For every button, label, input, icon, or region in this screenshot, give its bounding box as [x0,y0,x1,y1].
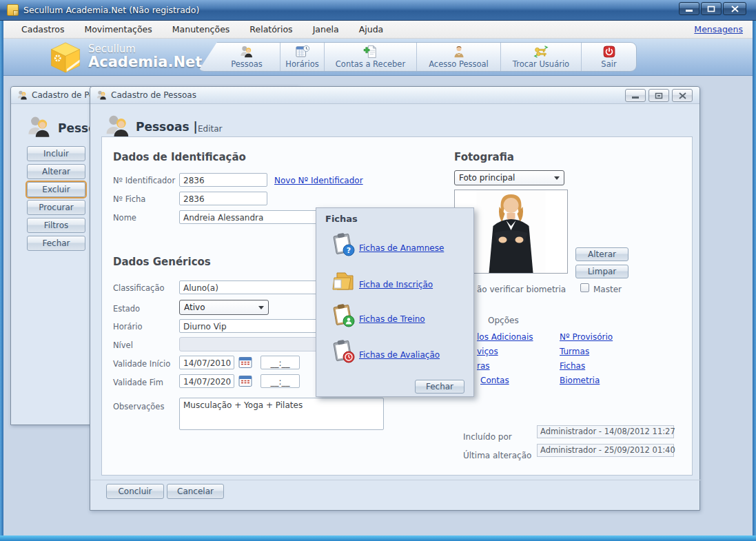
minimize-icon [685,6,693,12]
nome-label: Nome [113,213,136,223]
excluir-button[interactable]: Excluir [27,182,85,197]
link-num-provisorio[interactable]: Nº Provisório [560,332,613,342]
folder-icon [330,268,356,296]
menu-manutencoes[interactable]: Manutenções [168,21,234,37]
clipboard-person-icon [330,303,356,331]
chevron-down-icon [258,306,264,309]
calendar-clock-icon [295,45,310,59]
validade-inicio-time-field[interactable]: __:__ [260,356,300,369]
estado-select[interactable]: Ativo [179,300,269,315]
ultima-alteracao-label: Última alteração [463,451,531,460]
toolbar-contas-button[interactable]: Contas a Receber [324,43,416,71]
alterar-foto-button[interactable]: Alterar [575,247,629,261]
toolbar-trocar-button[interactable]: Trocar Usuário [500,43,581,71]
alterar-button[interactable]: Alterar [27,164,85,179]
link-contas[interactable]: Contas [480,376,509,385]
menubar: Cadastros Movimentações Manutenções Rela… [3,21,753,39]
menu-movimentacoes[interactable]: Movimentações [80,21,156,37]
toolbar-acesso-button[interactable]: Acesso Pessoal [416,43,500,71]
menu-relatorios[interactable]: Relatórios [245,21,296,37]
power-icon [602,45,616,59]
fichas-anamnese-link[interactable]: Fichas de Anamnese [359,243,444,253]
person-access-icon [451,45,467,59]
num-identificador-field[interactable]: 2836 [179,173,267,187]
nivel-label: Nível [113,340,133,350]
app-icon [7,4,19,16]
horario-label: Horário [113,322,142,331]
num-identificador-label: Nº Identificador [113,176,175,185]
toolbar-sair-label: Sair [601,59,616,69]
filtros-button[interactable]: Filtros [27,218,85,233]
ficha-inscricao-link[interactable]: Ficha de Inscrição [359,280,433,289]
people-icon [103,113,133,139]
cadastro-window-titlebar[interactable]: Cadastro de Pessoas [90,87,699,104]
window-title: Secullum Academia.Net (Não registrado) [23,5,199,15]
procurar-button[interactable]: Procurar [27,200,85,215]
window-frame-bottom [0,535,756,541]
link-turmas[interactable]: Turmas [560,347,589,356]
classificacao-label: Classificação [113,283,164,293]
validade-inicio-label: Validade Início [113,359,170,369]
mdi-area: Cadastro de Pe Pesso Incluir Alterar Exc… [3,76,753,535]
link-fichas[interactable]: Fichas [560,361,585,371]
page-title: Pessoas | [136,120,198,134]
link-ras[interactable]: ras [477,361,490,371]
toolbar: Secullum Academia.Net Pessoas [3,39,753,76]
observacoes-field[interactable]: Musculação + Yoga + Pilates [179,398,384,430]
foto-select[interactable]: Foto principal [454,170,564,185]
mensagens-link[interactable]: Mensagens [694,24,743,34]
biometria-checkbox-label[interactable]: ão verificar biometria [477,285,566,294]
incluir-button[interactable]: Incluir [27,146,85,161]
fechar-button[interactable]: Fechar [27,236,85,251]
brand-line2: Academia.Net [88,54,202,70]
fichas-treino-link[interactable]: Fichas de Treino [359,314,425,324]
close-icon [679,92,686,99]
toolbar-pessoas-button[interactable]: Pessoas [198,43,280,71]
menu-janela[interactable]: Janela [309,21,343,37]
toolbar-button-panel: Pessoas Horários [198,42,637,72]
concluir-button[interactable]: Concluir [106,484,164,499]
calendar-icon[interactable] [238,374,252,389]
titlebar[interactable]: Secullum Academia.Net (Não registrado) [0,0,756,21]
svg-text:?: ? [347,246,351,255]
section-identificacao: Dados de Identificação [113,151,246,163]
application-window: Secullum Academia.Net (Não registrado) C… [0,0,756,541]
num-ficha-field[interactable]: 2836 [179,192,267,205]
child-close-button[interactable] [672,89,693,102]
master-checkbox[interactable] [580,283,589,292]
maximize-icon [707,6,715,12]
child-minimize-button[interactable] [625,89,646,102]
calendar-icon[interactable] [238,356,252,371]
toolbar-acesso-label: Acesso Pessoal [429,59,489,69]
validade-inicio-date-field[interactable]: 14/07/2010 [179,356,234,369]
cancelar-button[interactable]: Cancelar [167,484,224,499]
child-restore-button[interactable] [648,89,669,102]
validade-fim-label: Validade Fim [113,378,163,387]
validade-fim-date-field[interactable]: 14/07/2020 [179,374,234,388]
footer-divider [90,480,701,480]
toolbar-sair-button[interactable]: Sair [581,43,636,71]
toolbar-horarios-button[interactable]: Horários [280,43,324,71]
fichas-fechar-button[interactable]: Fechar [415,380,464,394]
toolbar-horarios-label: Horários [285,59,318,69]
toolbar-contas-label: Contas a Receber [336,59,405,69]
limpar-foto-button[interactable]: Limpar [575,265,629,278]
foto-select-value: Foto principal [459,173,515,183]
novo-identificador-link[interactable]: Novo Nº Identificador [274,176,363,185]
ultima-alteracao-value: Administrador - 25/09/2012 01:40 [537,444,674,457]
link-servicos[interactable]: viços [477,347,498,356]
incluido-por-label: Incluído por [463,432,512,442]
chevron-down-icon [554,176,560,180]
estado-value: Ativo [184,303,205,312]
validade-fim-time-field[interactable]: __:__ [260,374,300,388]
minimize-icon [631,92,640,99]
clipboard-clock-icon [330,338,356,367]
link-biometria[interactable]: Biometria [560,376,600,385]
menu-cadastros[interactable]: Cadastros [17,21,68,37]
maximize-button[interactable] [701,2,722,15]
fichas-avaliacao-link[interactable]: Fichas de Avaliação [359,350,440,360]
menu-ajuda[interactable]: Ajuda [355,21,388,37]
close-button[interactable] [723,2,746,15]
link-adicionais[interactable]: los Adicionais [477,332,533,342]
minimize-button[interactable] [679,2,699,15]
